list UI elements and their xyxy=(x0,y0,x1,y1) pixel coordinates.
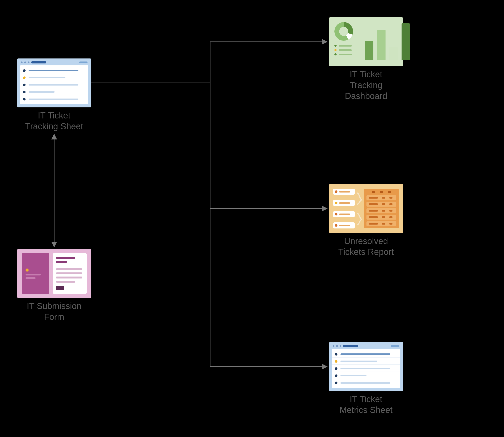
node-dashboard[interactable]: IT TicketTrackingDashboard xyxy=(329,17,403,101)
node-submission-form[interactable]: IT SubmissionForm xyxy=(17,249,91,322)
dashboard-icon xyxy=(329,17,403,66)
sheet-icon xyxy=(329,342,403,391)
node-label: IT TicketTrackingDashboard xyxy=(329,69,403,101)
form-icon xyxy=(17,249,91,298)
node-label: UnresolvedTickets Report xyxy=(329,236,403,257)
diagram-canvas: IT TicketTracking Sheet IT SubmissionFor… xyxy=(0,0,504,437)
node-metrics-sheet[interactable]: IT TicketMetrics Sheet xyxy=(329,342,403,415)
node-report[interactable]: UnresolvedTickets Report xyxy=(329,184,403,257)
report-icon xyxy=(329,184,403,233)
node-label: IT TicketMetrics Sheet xyxy=(329,394,403,415)
node-label: IT SubmissionForm xyxy=(17,301,91,322)
sheet-icon xyxy=(17,59,91,107)
node-label: IT TicketTracking Sheet xyxy=(17,110,91,132)
node-tracking-sheet[interactable]: IT TicketTracking Sheet xyxy=(17,59,91,132)
